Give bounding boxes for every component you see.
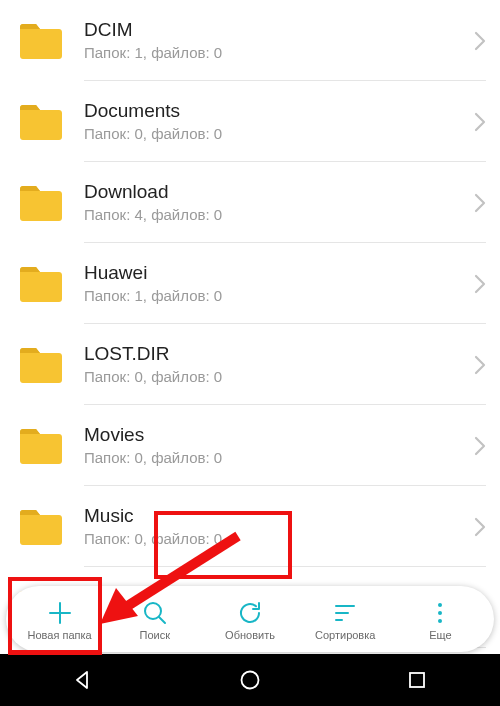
refresh-icon [237,598,263,628]
folder-name: Huawei [84,262,468,285]
chevron-right-icon [474,436,486,456]
list-item[interactable]: Music Папок: 0, файлов: 0 [0,486,500,567]
folder-icon [18,346,64,384]
nav-recent-button[interactable] [387,670,447,690]
folder-name: Download [84,181,468,204]
nav-back-button[interactable] [53,669,113,691]
tool-label: Еще [429,629,451,641]
list-item[interactable]: Huawei Папок: 1, файлов: 0 [0,243,500,324]
folder-subtitle: Папок: 0, файлов: 0 [84,449,468,467]
folder-icon [18,184,64,222]
folder-icon [18,103,64,141]
svg-point-4 [241,672,258,689]
tool-label: Обновить [225,629,275,641]
svg-point-3 [438,619,442,623]
system-navbar [0,654,500,706]
folder-icon [18,265,64,303]
folder-subtitle: Папок: 0, файлов: 0 [84,125,468,143]
action-toolbar: Новая папка Поиск Обновить Сортировка Ещ… [6,586,494,652]
more-vertical-icon [427,598,453,628]
chevron-right-icon [474,274,486,294]
list-item[interactable]: Documents Папок: 0, файлов: 0 [0,81,500,162]
folder-list: DCIM Папок: 1, файлов: 0 Documents Папок… [0,0,500,654]
chevron-right-icon [474,517,486,537]
chevron-right-icon [474,112,486,132]
folder-name: DCIM [84,19,468,42]
list-item[interactable]: Movies Папок: 0, файлов: 0 [0,405,500,486]
folder-name: Movies [84,424,468,447]
folder-subtitle: Папок: 0, файлов: 0 [84,368,468,386]
chevron-right-icon [474,355,486,375]
folder-subtitle: Папок: 4, файлов: 0 [84,206,468,224]
tool-label: Новая папка [28,629,92,641]
sort-icon [332,598,358,628]
folder-subtitle: Папок: 1, файлов: 0 [84,44,468,62]
folder-subtitle: Папок: 1, файлов: 0 [84,287,468,305]
list-item[interactable]: Download Папок: 4, файлов: 0 [0,162,500,243]
list-item[interactable]: DCIM Папок: 1, файлов: 0 [0,0,500,81]
chevron-right-icon [474,31,486,51]
plus-icon [47,598,73,628]
tool-label: Поиск [140,629,170,641]
folder-icon [18,427,64,465]
new-folder-button[interactable]: Новая папка [12,586,107,652]
sort-button[interactable]: Сортировка [298,586,393,652]
folder-name: LOST.DIR [84,343,468,366]
folder-icon [18,508,64,546]
nav-home-button[interactable] [220,669,280,691]
svg-point-2 [438,611,442,615]
folder-name: Documents [84,100,468,123]
tool-label: Сортировка [315,629,375,641]
folder-subtitle: Папок: 0, файлов: 0 [84,530,468,548]
chevron-right-icon [474,193,486,213]
search-button[interactable]: Поиск [107,586,202,652]
svg-point-1 [438,603,442,607]
folder-name: Music [84,505,468,528]
list-item[interactable]: LOST.DIR Папок: 0, файлов: 0 [0,324,500,405]
refresh-button[interactable]: Обновить [202,586,297,652]
search-icon [142,598,168,628]
more-button[interactable]: Еще [393,586,488,652]
folder-icon [18,22,64,60]
svg-rect-5 [410,673,424,687]
